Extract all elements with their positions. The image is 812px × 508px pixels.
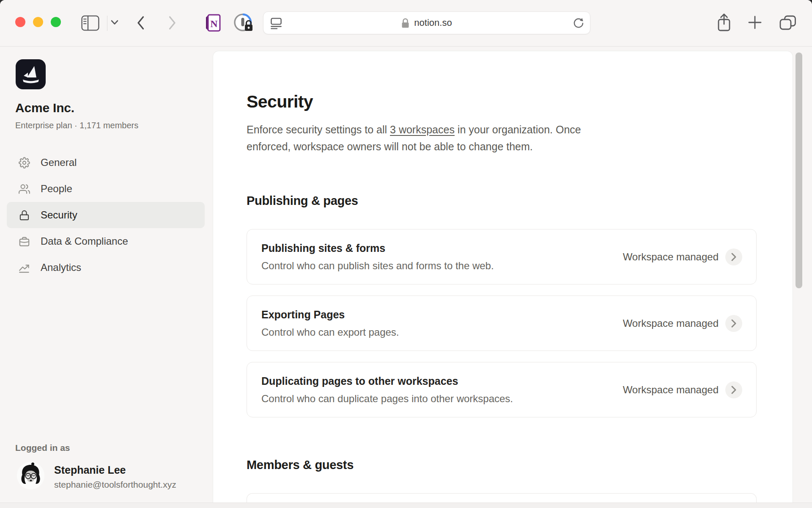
chevron-down-icon: [111, 20, 118, 25]
sidebar-nav: General People Security: [7, 149, 205, 281]
section-heading-members: Members & guests: [247, 458, 757, 472]
tab-overview-button[interactable]: [779, 15, 796, 30]
page-description: Enforce security settings to all 3 works…: [247, 121, 627, 155]
org-logo[interactable]: [16, 59, 46, 89]
chevron-right-icon: [731, 252, 737, 262]
svg-text:N: N: [210, 18, 218, 29]
zoom-button[interactable]: [51, 17, 61, 27]
sidebar-item-analytics[interactable]: Analytics: [7, 254, 205, 281]
lock-icon: [19, 210, 30, 221]
org-name: Acme Inc.: [15, 101, 74, 115]
share-icon: [716, 13, 732, 32]
window-content: Acme Inc. Enterprise plan · 1,171 member…: [0, 47, 812, 508]
card-status: Workspace managed: [623, 384, 719, 396]
card-description: Control who can export pages.: [261, 326, 623, 338]
card-right: Workspace managed: [623, 315, 742, 332]
gear-icon: [19, 157, 30, 168]
sidebar-item-label: Security: [41, 209, 77, 221]
card-title: Duplicating pages to other workspaces: [261, 375, 623, 387]
lock-icon: [401, 18, 409, 28]
card-description: Control who can duplicate pages into oth…: [261, 393, 623, 405]
card-status: Workspace managed: [623, 318, 719, 329]
avatar-illustration: [17, 462, 44, 489]
chevron-right-icon: [731, 319, 737, 328]
settings-cards: Publishing sites & forms Control who can…: [247, 229, 757, 417]
back-icon: [136, 15, 145, 31]
card-text: Duplicating pages to other workspaces Co…: [261, 375, 623, 405]
card-description: Control who can publish sites and forms …: [261, 260, 623, 272]
card-title: Publishing sites & forms: [261, 242, 623, 254]
user-name: Stephanie Lee: [54, 464, 126, 476]
sidebar-item-label: Data & Compliance: [41, 235, 128, 247]
description-text: Enforce security settings to all: [247, 124, 390, 135]
notion-extension-icon: N: [204, 13, 222, 33]
sidebar-item-label: People: [41, 183, 72, 195]
traffic-lights: [15, 17, 61, 27]
sidebar-item-general[interactable]: General: [7, 149, 205, 176]
chevron-right-button[interactable]: [725, 315, 742, 332]
card-title: Exporting Pages: [261, 309, 623, 321]
url-text: notion.so: [414, 17, 452, 28]
address-bar[interactable]: notion.so: [263, 11, 590, 34]
settings-panel: Security Enforce security settings to al…: [213, 51, 793, 508]
org-meta: Enterprise plan · 1,171 members: [15, 121, 138, 130]
window-bottom-edge: [0, 502, 812, 508]
scrollbar-thumb[interactable]: [796, 52, 802, 288]
briefcase-icon: [19, 236, 30, 247]
page-title: Security: [247, 92, 757, 112]
setting-card-exporting-pages[interactable]: Exporting Pages Control who can export p…: [247, 295, 757, 351]
sidebar-item-data-compliance[interactable]: Data & Compliance: [7, 228, 205, 254]
onepassword-extension-icon: [233, 13, 254, 33]
card-status: Workspace managed: [623, 251, 719, 263]
reload-icon: [573, 17, 584, 29]
logged-in-label: Logged in as: [15, 443, 70, 453]
card-right: Workspace managed: [623, 381, 742, 398]
admin-sidebar: Acme Inc. Enterprise plan · 1,171 member…: [0, 47, 213, 508]
forward-button[interactable]: [167, 15, 177, 31]
url-display: notion.so: [263, 12, 590, 34]
main-area: Security Enforce security settings to al…: [213, 47, 812, 508]
new-tab-button[interactable]: [748, 15, 762, 30]
notion-extension-button[interactable]: N: [204, 13, 222, 33]
sidebar-toggle-icon: [81, 15, 99, 31]
setting-card-duplicating-pages[interactable]: Duplicating pages to other workspaces Co…: [247, 362, 757, 417]
sidebar-menu-button[interactable]: [111, 20, 118, 25]
share-button[interactable]: [716, 13, 732, 32]
safari-window: N: [0, 0, 812, 508]
setting-card-publishing-sites[interactable]: Publishing sites & forms Control who can…: [247, 229, 757, 284]
minimize-button[interactable]: [33, 17, 43, 27]
chevron-right-button[interactable]: [725, 248, 742, 265]
avatar[interactable]: [17, 462, 44, 489]
tab-overview-icon: [779, 15, 796, 30]
new-tab-icon: [748, 15, 762, 30]
toolbar-divider: [107, 16, 107, 31]
card-text: Publishing sites & forms Control who can…: [261, 242, 623, 272]
sidebar-item-security[interactable]: Security: [7, 202, 205, 228]
sailboat-icon: [19, 63, 43, 86]
sidebar-toggle-button[interactable]: [81, 15, 99, 31]
section-heading-publishing: Publishing & pages: [247, 194, 757, 208]
onepassword-extension-button[interactable]: [233, 13, 254, 33]
workspaces-link[interactable]: 3 workspaces: [390, 124, 455, 135]
chart-icon: [19, 262, 30, 273]
sidebar-item-label: Analytics: [41, 262, 81, 273]
card-right: Workspace managed: [623, 248, 742, 265]
chevron-right-button[interactable]: [725, 381, 742, 398]
reload-button[interactable]: [573, 17, 584, 29]
chevron-right-icon: [731, 385, 737, 395]
card-text: Exporting Pages Control who can export p…: [261, 309, 623, 338]
people-icon: [19, 183, 30, 195]
user-email: stephanie@toolsforthought.xyz: [54, 480, 176, 490]
forward-icon: [167, 15, 177, 31]
browser-toolbar: N: [0, 0, 812, 47]
sidebar-item-people[interactable]: People: [7, 176, 205, 202]
sidebar-item-label: General: [41, 157, 77, 168]
close-button[interactable]: [15, 17, 25, 27]
back-button[interactable]: [136, 15, 145, 31]
